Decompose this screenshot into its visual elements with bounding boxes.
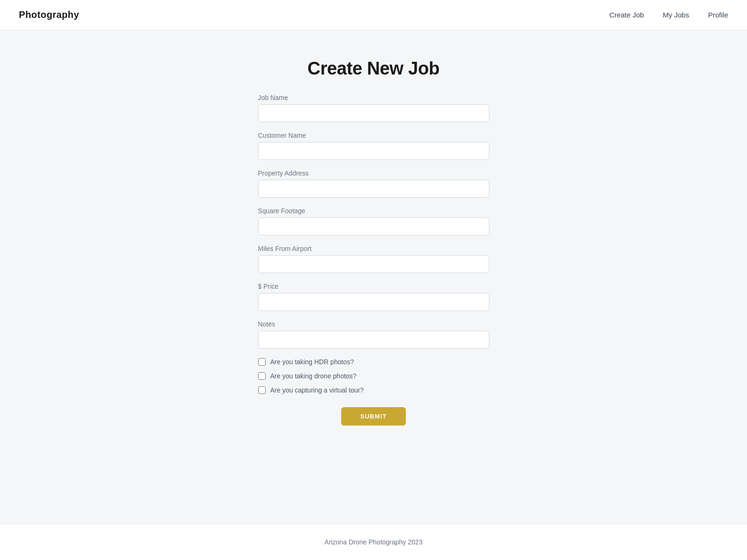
notes-group: Notes (258, 320, 489, 349)
site-logo: Photography (19, 9, 79, 20)
create-job-form: Job Name Customer Name Property Address … (258, 94, 489, 426)
hdr-checkbox-label[interactable]: Are you taking HDR photos? (270, 358, 354, 366)
customer-name-input[interactable] (258, 142, 489, 160)
notes-input[interactable] (258, 331, 489, 349)
virtual-tour-checkbox[interactable] (258, 386, 266, 394)
site-footer: Arizona Drone Photography 2023 (0, 524, 747, 560)
checkboxes-section: Are you taking HDR photos? Are you takin… (258, 358, 489, 394)
property-address-label: Property Address (258, 169, 489, 177)
job-name-label: Job Name (258, 94, 489, 101)
nav-create-job[interactable]: Create Job (609, 11, 644, 19)
main-content: Create New Job Job Name Customer Name Pr… (0, 30, 747, 524)
page-title: Create New Job (308, 59, 440, 79)
customer-name-group: Customer Name (258, 132, 489, 160)
customer-name-label: Customer Name (258, 132, 489, 139)
virtual-tour-checkbox-group: Are you capturing a virtual tour? (258, 386, 489, 394)
price-group: $ Price (258, 283, 489, 311)
notes-label: Notes (258, 320, 489, 328)
price-input[interactable] (258, 293, 489, 311)
footer-text: Arizona Drone Photography 2023 (325, 538, 423, 546)
square-footage-group: Square Footage (258, 207, 489, 235)
miles-from-airport-label: Miles From Airport (258, 245, 489, 252)
submit-button[interactable]: SUBMIT (341, 407, 405, 426)
hdr-checkbox[interactable] (258, 358, 266, 366)
virtual-tour-checkbox-label[interactable]: Are you capturing a virtual tour? (270, 386, 364, 394)
hdr-checkbox-group: Are you taking HDR photos? (258, 358, 489, 366)
main-nav: Create Job My Jobs Profile (609, 11, 728, 19)
drone-checkbox-label[interactable]: Are you taking drone photos? (270, 372, 357, 380)
miles-from-airport-group: Miles From Airport (258, 245, 489, 273)
square-footage-label: Square Footage (258, 207, 489, 215)
property-address-input[interactable] (258, 180, 489, 198)
drone-checkbox-group: Are you taking drone photos? (258, 372, 489, 380)
property-address-group: Property Address (258, 169, 489, 198)
nav-my-jobs[interactable]: My Jobs (663, 11, 689, 19)
site-header: Photography Create Job My Jobs Profile (0, 0, 747, 30)
job-name-group: Job Name (258, 94, 489, 122)
drone-checkbox[interactable] (258, 372, 266, 380)
nav-profile[interactable]: Profile (708, 11, 728, 19)
job-name-input[interactable] (258, 104, 489, 122)
miles-from-airport-input[interactable] (258, 255, 489, 273)
price-label: $ Price (258, 283, 489, 290)
square-footage-input[interactable] (258, 217, 489, 235)
